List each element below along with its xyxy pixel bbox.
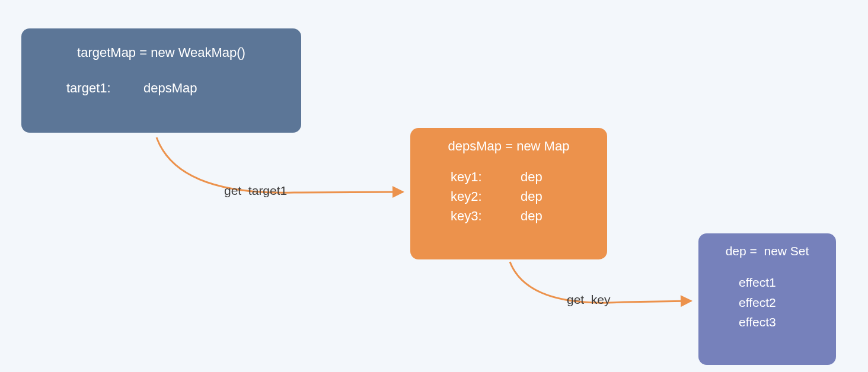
node-dep-rows: effect1 effect2 effect3 bbox=[698, 272, 836, 332]
node-dep-title: dep = new Set bbox=[698, 244, 836, 258]
node-depsmap-row: key1: dep bbox=[451, 167, 607, 187]
node-depsmap-title: depsMap = new Map bbox=[410, 139, 607, 154]
row-key: key2: bbox=[451, 187, 521, 206]
node-targetmap: targetMap = new WeakMap() target1: depsM… bbox=[21, 28, 301, 133]
node-depsmap-rows: key1: dep key2: dep key3: dep bbox=[410, 167, 607, 226]
row-val: dep bbox=[521, 187, 542, 206]
row-key: key1: bbox=[451, 167, 521, 187]
row-val: dep bbox=[521, 167, 542, 187]
row-key: target1: bbox=[66, 78, 143, 98]
node-targetmap-rows: target1: depsMap bbox=[21, 78, 301, 98]
edge-label-get-key: get key bbox=[567, 293, 611, 307]
node-dep-row: effect2 bbox=[739, 293, 836, 313]
node-targetmap-title: targetMap = new WeakMap() bbox=[21, 45, 301, 60]
node-depsmap-row: key2: dep bbox=[451, 187, 607, 206]
row-val: dep bbox=[521, 206, 542, 226]
node-dep-row: effect1 bbox=[739, 272, 836, 293]
node-dep-row: effect3 bbox=[739, 312, 836, 332]
row-key: effect3 bbox=[739, 312, 776, 332]
row-key: effect2 bbox=[739, 293, 776, 313]
edge-label-get-target1: get target1 bbox=[224, 184, 287, 198]
node-targetmap-row: target1: depsMap bbox=[66, 78, 301, 98]
row-val: depsMap bbox=[143, 78, 197, 98]
row-key: effect1 bbox=[739, 272, 776, 293]
node-depsmap: depsMap = new Map key1: dep key2: dep ke… bbox=[410, 128, 607, 259]
node-dep: dep = new Set effect1 effect2 effect3 bbox=[698, 233, 836, 365]
node-depsmap-row: key3: dep bbox=[451, 206, 607, 226]
row-key: key3: bbox=[451, 206, 521, 226]
